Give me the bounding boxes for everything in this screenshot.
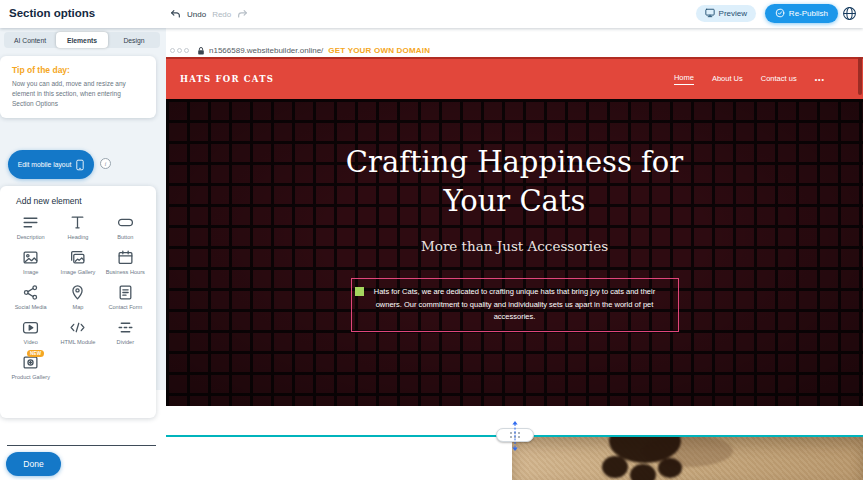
add-element-html-module[interactable]: HTML Module — [55, 319, 100, 346]
redo-icon[interactable] — [237, 9, 248, 20]
page-title: Section options — [9, 7, 95, 19]
app-window: Section options Undo Redo Preview Re-Pub… — [0, 0, 863, 480]
tip-of-the-day-card: Tip of the day: Now you can add, move an… — [0, 56, 156, 118]
site-header[interactable]: HATS FOR CATS HomeAbout UsContact us••• — [166, 57, 863, 99]
add-element-label: Heading — [68, 234, 89, 241]
section-resize-handle[interactable] — [496, 428, 534, 442]
undo-button[interactable]: Undo — [187, 10, 206, 19]
undo-icon[interactable] — [170, 9, 181, 20]
browser-bar: n1566589.websitebuilder.online/ GET YOUR… — [166, 44, 863, 57]
phone-icon — [76, 159, 84, 171]
globe-icon[interactable] — [842, 6, 857, 21]
add-element-image[interactable]: Image — [8, 249, 53, 276]
republish-label: Re-Publish — [789, 9, 828, 18]
heading-icon — [69, 214, 86, 231]
button-icon — [117, 214, 134, 231]
tab-ai-content[interactable]: AI Content — [4, 32, 56, 48]
tab-design[interactable]: Design — [108, 32, 160, 48]
nav-contact-us[interactable]: Contact us — [761, 74, 797, 85]
republish-button[interactable]: Re-Publish — [765, 4, 838, 23]
add-element-image-gallery[interactable]: Image Gallery — [55, 249, 100, 276]
add-element-label: Description — [17, 234, 45, 241]
browser-dot-icon — [177, 48, 182, 53]
check-circle-icon — [775, 8, 785, 20]
add-element-button[interactable]: Button — [103, 214, 148, 241]
hero-content: Crafting Happiness for Your Cats More th… — [166, 99, 863, 332]
tip-body: Now you can add, move and resize any ele… — [12, 79, 144, 108]
undo-redo-group: Undo Redo — [170, 0, 248, 28]
hero-title-line1: Crafting Happiness for — [166, 143, 863, 182]
add-element-label: Business Hours — [106, 269, 145, 276]
description-icon — [22, 214, 39, 231]
add-element-label: Image — [23, 269, 39, 276]
hero-title[interactable]: Crafting Happiness for Your Cats — [166, 143, 863, 221]
add-element-label: HTML Module — [61, 339, 96, 346]
cat-paw-illustration — [567, 437, 737, 480]
hero-section[interactable]: Crafting Happiness for Your Cats More th… — [166, 99, 863, 406]
video-icon — [22, 319, 39, 336]
preview-button[interactable]: Preview — [696, 5, 756, 22]
add-element-label: Product Gallery — [11, 374, 50, 381]
add-element-label: Map — [73, 304, 84, 311]
sidebar: AI ContentElementsDesign Tip of the day:… — [0, 28, 166, 480]
browser-dot-icon — [170, 48, 175, 53]
add-element-label: Social Media — [15, 304, 47, 311]
add-element-heading[interactable]: Heading — [55, 214, 100, 241]
add-element-label: Video — [24, 339, 38, 346]
new-badge: NEW — [27, 350, 44, 357]
monitor-icon — [705, 8, 715, 20]
html-module-icon — [69, 319, 86, 336]
map-icon — [69, 284, 86, 301]
nav-more-icon[interactable]: ••• — [815, 76, 825, 83]
tip-title: Tip of the day: — [12, 65, 144, 75]
image-gallery-icon — [69, 249, 86, 266]
business-hours-icon — [117, 249, 134, 266]
image-icon — [22, 249, 39, 266]
add-element-social-media[interactable]: Social Media — [8, 284, 53, 311]
scrollbar-thumb[interactable] — [858, 57, 862, 95]
nav-home[interactable]: Home — [674, 73, 694, 85]
add-element-label: Contact Form — [108, 304, 142, 311]
topbar: Section options Undo Redo Preview Re-Pub… — [0, 0, 863, 28]
divider-icon — [117, 319, 134, 336]
add-element-label: Image Gallery — [61, 269, 96, 276]
add-element-map[interactable]: Map — [55, 284, 100, 311]
lock-icon — [197, 46, 205, 56]
add-element-divider[interactable]: Divider — [103, 319, 148, 346]
site-logo[interactable]: HATS FOR CATS — [180, 74, 274, 84]
contact-form-icon — [117, 284, 134, 301]
add-element-contact-form[interactable]: Contact Form — [103, 284, 148, 311]
tab-elements[interactable]: Elements — [56, 32, 108, 48]
redo-button[interactable]: Redo — [212, 10, 231, 19]
add-element-label: Button — [117, 234, 133, 241]
hero-paragraph-text: Hats for Cats, we are dedicated to craft… — [374, 287, 655, 321]
social-media-icon — [22, 284, 39, 301]
hero-paragraph-selected[interactable]: Hats for Cats, we are dedicated to craft… — [351, 278, 679, 332]
browser-dot-icon — [184, 48, 189, 53]
site-url: n1566589.websitebuilder.online/ — [209, 46, 323, 55]
drag-dots-icon — [509, 432, 521, 439]
add-element-description[interactable]: Description — [8, 214, 53, 241]
add-panel-title: Add new element — [16, 196, 148, 206]
sidebar-tabs: AI ContentElementsDesign — [4, 32, 160, 48]
add-new-element-panel: Add new element DescriptionHeadingButton… — [0, 186, 156, 418]
hero-subtitle[interactable]: More than Just Accessories — [166, 238, 863, 254]
preview-label: Preview — [719, 9, 747, 18]
nav-about-us[interactable]: About Us — [712, 74, 743, 85]
selection-handle[interactable] — [355, 287, 364, 296]
done-button[interactable]: Done — [6, 452, 61, 476]
add-element-label: Divider — [117, 339, 134, 346]
site-nav: HomeAbout UsContact us••• — [674, 73, 849, 85]
edit-mobile-layout-label: Edit mobile layout — [18, 161, 72, 168]
site-canvas: HATS FOR CATS HomeAbout UsContact us••• … — [166, 57, 863, 480]
sidebar-divider — [7, 445, 156, 446]
add-element-product-gallery[interactable]: NEWProduct Gallery — [8, 354, 53, 381]
add-element-grid: DescriptionHeadingButtonImageImage Galle… — [8, 214, 148, 381]
add-element-video[interactable]: Video — [8, 319, 53, 346]
edit-mobile-layout-button[interactable]: Edit mobile layout — [8, 150, 94, 179]
hero-title-line2: Your Cats — [166, 182, 863, 221]
get-your-own-domain-link[interactable]: GET YOUR OWN DOMAIN — [328, 46, 430, 55]
cat-paw-carpet-image[interactable] — [512, 437, 863, 480]
add-element-business-hours[interactable]: Business Hours — [103, 249, 148, 276]
info-icon[interactable]: i — [100, 158, 111, 169]
